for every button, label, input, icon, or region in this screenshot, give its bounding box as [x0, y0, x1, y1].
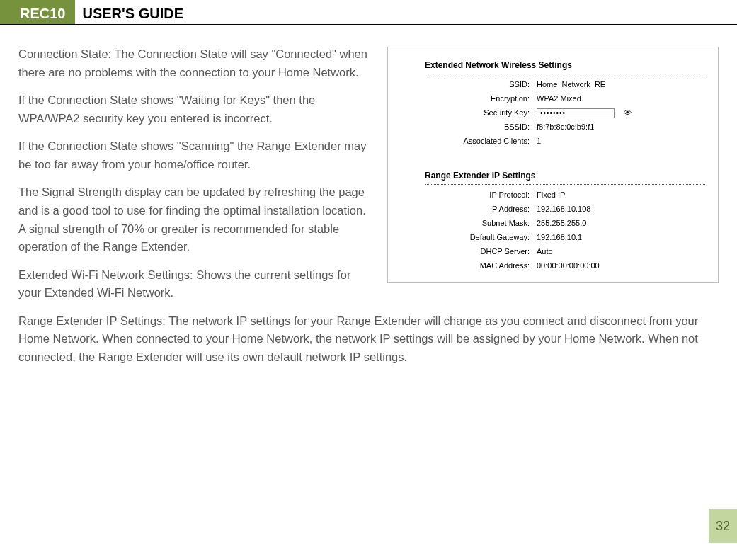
header-title: USER'S GUIDE [75, 0, 183, 24]
settings-figure: Extended Network Wireless Settings SSID:… [387, 47, 719, 283]
page-content: Extended Network Wireless Settings SSID:… [0, 25, 737, 366]
row-bssid: BSSID: f8:7b:8c:0c:b9:f1 [395, 121, 711, 133]
protocol-label: IP Protocol: [395, 189, 537, 201]
row-ip: IP Address: 192.168.10.108 [395, 203, 711, 215]
row-mask: Subnet Mask: 255.255.255.0 [395, 217, 711, 229]
bssid-label: BSSID: [395, 121, 537, 133]
dhcp-label: DHCP Server: [395, 246, 537, 258]
ip-settings-heading: Range Extender IP Settings [425, 169, 711, 183]
ip-value: 192.168.10.108 [537, 203, 711, 215]
security-key-value: •••••••• 👁 [537, 107, 711, 120]
page-header: REC10 USER'S GUIDE [0, 0, 737, 25]
paragraph-ip-settings: Range Extender IP Settings: The network … [18, 312, 719, 367]
protocol-value: Fixed IP [537, 189, 711, 201]
dhcp-value: Auto [537, 246, 711, 258]
page-number: 32 [709, 509, 737, 543]
divider [425, 74, 705, 74]
gateway-label: Default Gateway: [395, 232, 537, 244]
security-key-input[interactable]: •••••••• [537, 108, 615, 118]
row-encryption: Encryption: WPA2 Mixed [395, 93, 711, 105]
header-badge: REC10 [14, 0, 75, 24]
divider [425, 184, 705, 185]
row-protocol: IP Protocol: Fixed IP [395, 189, 711, 201]
row-mac: MAC Address: 00:00:00:00:00:00 [395, 260, 711, 272]
gateway-value: 192.168.10.1 [537, 232, 711, 244]
bssid-value: f8:7b:8c:0c:b9:f1 [537, 121, 711, 133]
mac-label: MAC Address: [395, 260, 537, 272]
row-gateway: Default Gateway: 192.168.10.1 [395, 232, 711, 244]
encryption-label: Encryption: [395, 93, 537, 105]
clients-label: Associated Clients: [395, 135, 537, 147]
mask-value: 255.255.255.0 [537, 217, 711, 229]
clients-value: 1 [537, 135, 711, 147]
ip-label: IP Address: [395, 203, 537, 215]
encryption-value: WPA2 Mixed [537, 93, 711, 105]
row-dhcp: DHCP Server: Auto [395, 246, 711, 258]
mac-value: 00:00:00:00:00:00 [537, 260, 711, 272]
header-gutter [0, 0, 14, 24]
ssid-value: Home_Network_RE [537, 79, 711, 91]
row-clients: Associated Clients: 1 [395, 135, 711, 147]
security-key-label: Security Key: [395, 107, 537, 120]
ssid-label: SSID: [395, 79, 537, 91]
mask-label: Subnet Mask: [395, 217, 537, 229]
wireless-settings-heading: Extended Network Wireless Settings [425, 59, 711, 72]
eye-icon[interactable]: 👁 [624, 107, 632, 119]
row-ssid: SSID: Home_Network_RE [395, 79, 711, 91]
row-security-key: Security Key: •••••••• 👁 [395, 107, 711, 120]
